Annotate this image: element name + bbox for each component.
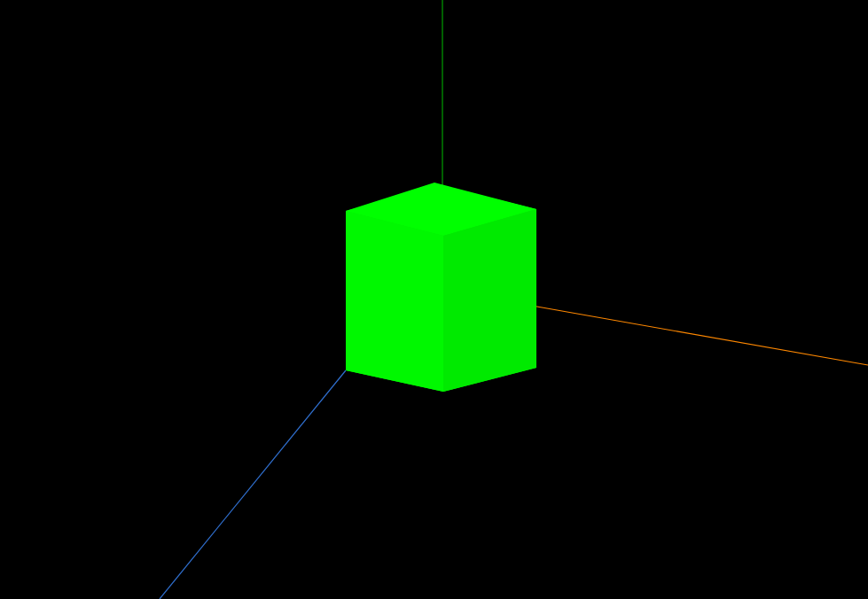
scene-canvas[interactable] — [0, 0, 868, 599]
z-axis-line — [160, 370, 346, 599]
3d-viewport[interactable] — [0, 0, 868, 599]
cube-front-face-shade — [346, 211, 443, 392]
x-axis-line — [532, 306, 868, 365]
cube-right-face-shade — [443, 209, 536, 392]
